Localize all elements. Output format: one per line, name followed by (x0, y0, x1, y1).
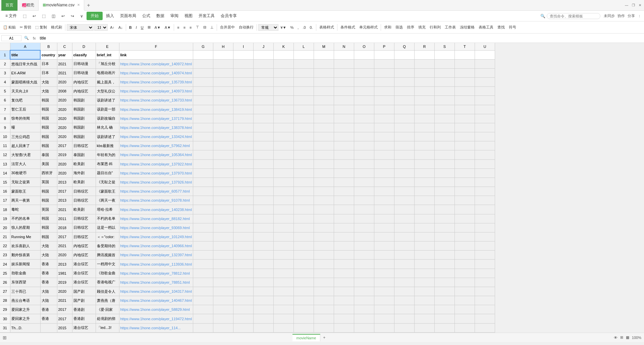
cell[interactable] (414, 59, 434, 68)
cell[interactable] (233, 50, 253, 59)
menu-search[interactable]: 🔍 (540, 13, 600, 19)
cell[interactable] (253, 323, 273, 332)
row-num[interactable]: 19 (0, 214, 10, 223)
cell[interactable] (454, 278, 475, 287)
cell[interactable]: https://www.1hone.com/player_105364.html (119, 150, 193, 159)
cell[interactable] (314, 168, 334, 178)
cell[interactable] (454, 296, 475, 305)
cell[interactable] (253, 251, 273, 260)
cell[interactable] (253, 223, 273, 232)
cell[interactable]: https://www.1hone.com/player_78851.html (119, 278, 193, 287)
cell[interactable]: https://www.1hone.com/player_119472.html (119, 314, 193, 323)
cell[interactable]: 港台综艺 (72, 269, 96, 278)
paste-btn[interactable]: 📋 粘贴 (1, 24, 17, 31)
cell[interactable]: 三十而已 (10, 287, 40, 296)
cell[interactable]: 2008 (57, 87, 72, 96)
cell[interactable] (394, 50, 414, 59)
cell[interactable]: 林允儿 确 (96, 123, 119, 132)
cell[interactable] (394, 150, 414, 159)
cell[interactable] (354, 251, 374, 260)
cell[interactable] (394, 232, 414, 241)
cell[interactable] (434, 178, 454, 187)
cell[interactable] (354, 178, 374, 187)
cell[interactable]: year (57, 50, 72, 59)
cell[interactable] (394, 196, 414, 205)
row-num[interactable]: 9 (0, 123, 10, 132)
cell[interactable]: 韩国 (40, 105, 57, 114)
cell[interactable] (434, 159, 454, 168)
cell[interactable] (475, 50, 495, 59)
cell[interactable]: 《劲歌金曲 (96, 269, 119, 278)
font-color-btn[interactable]: A▼ (163, 24, 172, 30)
cell[interactable] (374, 168, 394, 178)
cell[interactable] (454, 196, 475, 205)
select-all-btn[interactable] (0, 43, 10, 50)
decrease-font-btn[interactable]: A↓ (117, 24, 124, 30)
cell[interactable] (374, 187, 394, 196)
cell[interactable] (414, 305, 434, 314)
cell[interactable]: 韩国剧 (72, 123, 96, 132)
cell[interactable] (193, 223, 213, 232)
cell[interactable] (213, 168, 233, 178)
cell[interactable] (414, 232, 434, 241)
cell[interactable] (273, 96, 293, 105)
cell[interactable]: https://www.1hone.com/player_133424.html (119, 132, 193, 141)
cell[interactable]: 「旭丘分校 (96, 59, 119, 68)
cell[interactable] (414, 50, 434, 59)
cell[interactable] (193, 59, 213, 68)
cell[interactable] (374, 242, 394, 251)
align-bottom-btn[interactable]: ⊥ (209, 24, 215, 30)
cell[interactable] (293, 123, 314, 132)
cell[interactable] (374, 87, 394, 96)
cell[interactable]: 欢乐喜剧人 (10, 242, 40, 251)
cell[interactable] (293, 223, 314, 232)
decrease-decimal-btn[interactable]: 0. (308, 24, 315, 30)
cell[interactable] (213, 132, 233, 141)
cell[interactable] (213, 50, 233, 59)
cell[interactable] (475, 223, 495, 232)
cell[interactable] (374, 214, 394, 223)
cell[interactable] (253, 141, 273, 150)
cell[interactable] (233, 269, 253, 278)
cell[interactable] (434, 87, 454, 96)
cell[interactable]: https://www.1hone.com/player_78812.html (119, 269, 193, 278)
cell[interactable]: 2020 (57, 123, 72, 132)
collab-btn[interactable]: 协作 (618, 13, 625, 18)
cell[interactable] (454, 59, 475, 68)
cell[interactable] (233, 260, 253, 269)
cell[interactable] (193, 96, 213, 105)
cell[interactable] (233, 141, 253, 150)
table-style-btn[interactable]: 表格样式 (318, 24, 336, 31)
menu-dropdown[interactable]: ∨ (77, 12, 86, 20)
cell[interactable] (475, 260, 495, 269)
cell[interactable] (233, 251, 253, 260)
cell[interactable] (314, 114, 334, 123)
cell[interactable] (354, 159, 374, 168)
cell[interactable] (193, 132, 213, 141)
cell[interactable] (454, 178, 475, 187)
cell[interactable] (414, 214, 434, 223)
cell[interactable]: https://www.1hone.com/player_138419.html (119, 105, 193, 114)
cell[interactable]: 香港 (40, 260, 57, 269)
cell[interactable]: 惊奇的传闻 (10, 114, 40, 123)
cell[interactable]: 内地综艺 (72, 87, 96, 96)
cell[interactable] (253, 105, 273, 114)
row-num[interactable]: 15 (0, 178, 10, 187)
cell[interactable] (253, 68, 273, 77)
col-header-R[interactable]: R (414, 43, 434, 50)
cell[interactable] (193, 287, 213, 296)
cell[interactable]: 日韩综艺 (72, 196, 96, 205)
row-num[interactable]: 10 (0, 132, 10, 141)
cell[interactable] (273, 59, 293, 68)
cell[interactable] (434, 187, 454, 196)
cell[interactable] (394, 78, 414, 87)
cell[interactable] (354, 87, 374, 96)
row-num[interactable]: 17 (0, 196, 10, 205)
cell[interactable] (233, 114, 253, 123)
cell[interactable]: 内地综艺 (72, 78, 96, 87)
cell[interactable] (414, 251, 434, 260)
cell[interactable]: 萧燕燕（唐 (96, 296, 119, 305)
cell[interactable] (233, 278, 253, 287)
cell[interactable] (454, 123, 475, 132)
cell[interactable] (233, 68, 253, 77)
